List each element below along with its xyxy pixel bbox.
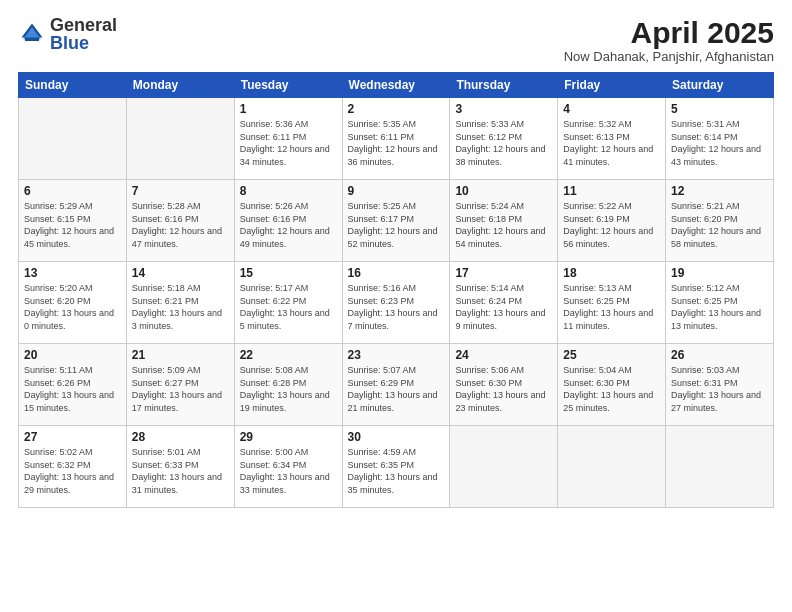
table-row: 20Sunrise: 5:11 AM Sunset: 6:26 PM Dayli… (19, 344, 127, 426)
logo-icon (18, 20, 46, 48)
table-row: 17Sunrise: 5:14 AM Sunset: 6:24 PM Dayli… (450, 262, 558, 344)
calendar-week-row: 6Sunrise: 5:29 AM Sunset: 6:15 PM Daylig… (19, 180, 774, 262)
day-info: Sunrise: 5:22 AM Sunset: 6:19 PM Dayligh… (563, 200, 660, 250)
day-number: 22 (240, 348, 337, 362)
table-row: 23Sunrise: 5:07 AM Sunset: 6:29 PM Dayli… (342, 344, 450, 426)
calendar-table: Sunday Monday Tuesday Wednesday Thursday… (18, 72, 774, 508)
day-info: Sunrise: 4:59 AM Sunset: 6:35 PM Dayligh… (348, 446, 445, 496)
logo-blue-text: Blue (50, 33, 89, 53)
table-row: 13Sunrise: 5:20 AM Sunset: 6:20 PM Dayli… (19, 262, 127, 344)
table-row: 15Sunrise: 5:17 AM Sunset: 6:22 PM Dayli… (234, 262, 342, 344)
day-number: 19 (671, 266, 768, 280)
table-row: 18Sunrise: 5:13 AM Sunset: 6:25 PM Dayli… (558, 262, 666, 344)
day-number: 7 (132, 184, 229, 198)
table-row: 5Sunrise: 5:31 AM Sunset: 6:14 PM Daylig… (666, 98, 774, 180)
table-row: 9Sunrise: 5:25 AM Sunset: 6:17 PM Daylig… (342, 180, 450, 262)
calendar-week-row: 1Sunrise: 5:36 AM Sunset: 6:11 PM Daylig… (19, 98, 774, 180)
table-row: 6Sunrise: 5:29 AM Sunset: 6:15 PM Daylig… (19, 180, 127, 262)
day-info: Sunrise: 5:12 AM Sunset: 6:25 PM Dayligh… (671, 282, 768, 332)
calendar-week-row: 27Sunrise: 5:02 AM Sunset: 6:32 PM Dayli… (19, 426, 774, 508)
day-info: Sunrise: 5:36 AM Sunset: 6:11 PM Dayligh… (240, 118, 337, 168)
table-row (450, 426, 558, 508)
day-number: 4 (563, 102, 660, 116)
day-number: 17 (455, 266, 552, 280)
table-row: 28Sunrise: 5:01 AM Sunset: 6:33 PM Dayli… (126, 426, 234, 508)
day-info: Sunrise: 5:01 AM Sunset: 6:33 PM Dayligh… (132, 446, 229, 496)
day-number: 6 (24, 184, 121, 198)
table-row (126, 98, 234, 180)
title-block: April 2025 Now Dahanak, Panjshir, Afghan… (564, 16, 774, 64)
day-number: 27 (24, 430, 121, 444)
day-number: 29 (240, 430, 337, 444)
table-row (558, 426, 666, 508)
table-row: 16Sunrise: 5:16 AM Sunset: 6:23 PM Dayli… (342, 262, 450, 344)
day-number: 10 (455, 184, 552, 198)
day-number: 2 (348, 102, 445, 116)
day-number: 12 (671, 184, 768, 198)
day-info: Sunrise: 5:02 AM Sunset: 6:32 PM Dayligh… (24, 446, 121, 496)
day-info: Sunrise: 5:35 AM Sunset: 6:11 PM Dayligh… (348, 118, 445, 168)
day-number: 3 (455, 102, 552, 116)
table-row: 26Sunrise: 5:03 AM Sunset: 6:31 PM Dayli… (666, 344, 774, 426)
day-info: Sunrise: 5:20 AM Sunset: 6:20 PM Dayligh… (24, 282, 121, 332)
table-row: 12Sunrise: 5:21 AM Sunset: 6:20 PM Dayli… (666, 180, 774, 262)
day-number: 24 (455, 348, 552, 362)
day-info: Sunrise: 5:00 AM Sunset: 6:34 PM Dayligh… (240, 446, 337, 496)
table-row: 1Sunrise: 5:36 AM Sunset: 6:11 PM Daylig… (234, 98, 342, 180)
day-info: Sunrise: 5:06 AM Sunset: 6:30 PM Dayligh… (455, 364, 552, 414)
day-number: 5 (671, 102, 768, 116)
table-row (19, 98, 127, 180)
day-info: Sunrise: 5:29 AM Sunset: 6:15 PM Dayligh… (24, 200, 121, 250)
col-monday: Monday (126, 73, 234, 98)
day-info: Sunrise: 5:14 AM Sunset: 6:24 PM Dayligh… (455, 282, 552, 332)
col-friday: Friday (558, 73, 666, 98)
day-info: Sunrise: 5:28 AM Sunset: 6:16 PM Dayligh… (132, 200, 229, 250)
table-row: 21Sunrise: 5:09 AM Sunset: 6:27 PM Dayli… (126, 344, 234, 426)
table-row: 19Sunrise: 5:12 AM Sunset: 6:25 PM Dayli… (666, 262, 774, 344)
day-info: Sunrise: 5:24 AM Sunset: 6:18 PM Dayligh… (455, 200, 552, 250)
month-title: April 2025 (564, 16, 774, 49)
day-number: 1 (240, 102, 337, 116)
day-info: Sunrise: 5:04 AM Sunset: 6:30 PM Dayligh… (563, 364, 660, 414)
col-thursday: Thursday (450, 73, 558, 98)
table-row: 3Sunrise: 5:33 AM Sunset: 6:12 PM Daylig… (450, 98, 558, 180)
table-row: 22Sunrise: 5:08 AM Sunset: 6:28 PM Dayli… (234, 344, 342, 426)
table-row: 4Sunrise: 5:32 AM Sunset: 6:13 PM Daylig… (558, 98, 666, 180)
day-info: Sunrise: 5:09 AM Sunset: 6:27 PM Dayligh… (132, 364, 229, 414)
logo-general-text: General (50, 15, 117, 35)
table-row: 29Sunrise: 5:00 AM Sunset: 6:34 PM Dayli… (234, 426, 342, 508)
table-row: 7Sunrise: 5:28 AM Sunset: 6:16 PM Daylig… (126, 180, 234, 262)
day-number: 28 (132, 430, 229, 444)
day-number: 9 (348, 184, 445, 198)
col-wednesday: Wednesday (342, 73, 450, 98)
table-row: 24Sunrise: 5:06 AM Sunset: 6:30 PM Dayli… (450, 344, 558, 426)
day-number: 11 (563, 184, 660, 198)
day-info: Sunrise: 5:07 AM Sunset: 6:29 PM Dayligh… (348, 364, 445, 414)
day-info: Sunrise: 5:17 AM Sunset: 6:22 PM Dayligh… (240, 282, 337, 332)
table-row: 8Sunrise: 5:26 AM Sunset: 6:16 PM Daylig… (234, 180, 342, 262)
table-row: 11Sunrise: 5:22 AM Sunset: 6:19 PM Dayli… (558, 180, 666, 262)
col-sunday: Sunday (19, 73, 127, 98)
day-info: Sunrise: 5:16 AM Sunset: 6:23 PM Dayligh… (348, 282, 445, 332)
table-row: 25Sunrise: 5:04 AM Sunset: 6:30 PM Dayli… (558, 344, 666, 426)
day-info: Sunrise: 5:08 AM Sunset: 6:28 PM Dayligh… (240, 364, 337, 414)
col-tuesday: Tuesday (234, 73, 342, 98)
location: Now Dahanak, Panjshir, Afghanistan (564, 49, 774, 64)
day-info: Sunrise: 5:03 AM Sunset: 6:31 PM Dayligh… (671, 364, 768, 414)
table-row: 10Sunrise: 5:24 AM Sunset: 6:18 PM Dayli… (450, 180, 558, 262)
day-number: 25 (563, 348, 660, 362)
table-row: 27Sunrise: 5:02 AM Sunset: 6:32 PM Dayli… (19, 426, 127, 508)
table-row: 2Sunrise: 5:35 AM Sunset: 6:11 PM Daylig… (342, 98, 450, 180)
logo: General Blue (18, 16, 117, 52)
day-info: Sunrise: 5:25 AM Sunset: 6:17 PM Dayligh… (348, 200, 445, 250)
calendar-week-row: 20Sunrise: 5:11 AM Sunset: 6:26 PM Dayli… (19, 344, 774, 426)
table-row: 30Sunrise: 4:59 AM Sunset: 6:35 PM Dayli… (342, 426, 450, 508)
table-row (666, 426, 774, 508)
day-number: 30 (348, 430, 445, 444)
calendar-week-row: 13Sunrise: 5:20 AM Sunset: 6:20 PM Dayli… (19, 262, 774, 344)
day-info: Sunrise: 5:32 AM Sunset: 6:13 PM Dayligh… (563, 118, 660, 168)
day-number: 15 (240, 266, 337, 280)
day-info: Sunrise: 5:21 AM Sunset: 6:20 PM Dayligh… (671, 200, 768, 250)
day-info: Sunrise: 5:18 AM Sunset: 6:21 PM Dayligh… (132, 282, 229, 332)
day-number: 13 (24, 266, 121, 280)
